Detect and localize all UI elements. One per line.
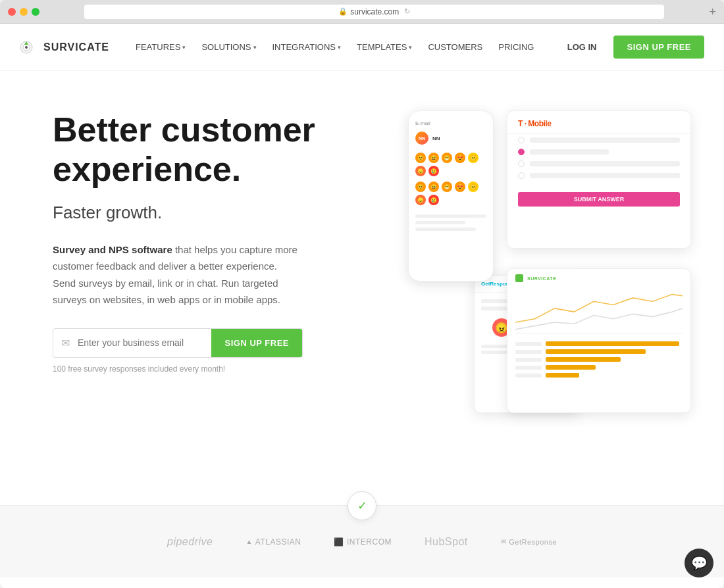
fullscreen-button[interactable] — [32, 8, 39, 16]
chevron-down-icon: ▾ — [182, 44, 186, 51]
navbar: SURVICATE FEATURES ▾ SOLUTIONS ▾ INTEGRA… — [0, 24, 724, 71]
chevron-down-icon: ▾ — [409, 44, 412, 51]
hero-subtitle: Faster growth. — [53, 203, 369, 223]
pink-cta-button: SUBMIT ANSWER — [518, 192, 680, 207]
option-bar — [530, 173, 680, 178]
hero-right: E-mail NN NN 😊 😄 😁 — [395, 110, 691, 413]
bar-fill — [546, 357, 621, 362]
traffic-lights — [8, 8, 39, 16]
line-chart — [515, 287, 683, 333]
new-tab-button[interactable]: + — [709, 6, 716, 18]
browser-content: SURVICATE FEATURES ▾ SOLUTIONS ▾ INTEGRA… — [0, 24, 724, 588]
pipedrive-logo: pipedrive — [167, 536, 213, 548]
tmobile-logo: T · Mobile — [518, 119, 551, 128]
bar-fill — [546, 365, 596, 370]
phone-mockup: E-mail NN NN 😊 😄 😁 — [408, 110, 494, 282]
address-bar[interactable]: 🔒 survicate.com ↻ — [84, 5, 664, 19]
hubspot-logo: HubSpot — [425, 536, 468, 548]
logo-text: SURVICATE — [43, 41, 109, 53]
radio-button — [518, 137, 525, 143]
browser-titlebar: 🔒 survicate.com ↻ + — [0, 0, 724, 24]
nav-templates[interactable]: TEMPLATES ▾ — [350, 38, 419, 56]
logo-icon — [20, 39, 39, 55]
bar-label — [515, 342, 542, 346]
chevron-down-icon: ▾ — [253, 44, 257, 51]
login-button[interactable]: LOG IN — [561, 38, 604, 56]
emoji-row: 😊 😄 😁 😍 😐 😞 😢 — [415, 153, 486, 176]
radio-button — [518, 160, 525, 167]
nav-features[interactable]: FEATURES ▾ — [129, 38, 192, 56]
bar-chart — [515, 339, 683, 383]
chat-icon: 💬 — [691, 555, 708, 571]
bar-label — [515, 366, 542, 370]
username: NN — [432, 135, 440, 141]
chevron-down-icon: ▾ — [338, 44, 341, 51]
hero-left: Better customer experience. Faster growt… — [53, 110, 369, 374]
bar-label — [515, 350, 542, 354]
intercom-logo: ⬛ INTERCOM — [334, 537, 392, 547]
tmobile-card: T · Mobile — [507, 110, 691, 249]
option-bar — [530, 137, 680, 143]
phone-label: E-mail — [415, 120, 486, 126]
option-bar — [530, 149, 609, 155]
email-input[interactable] — [78, 330, 211, 356]
hero-section: Better customer experience. Faster growt… — [0, 71, 724, 505]
email-form: ✉ SIGN UP FREE — [53, 328, 303, 358]
bar-label — [515, 358, 542, 362]
signup-form-button[interactable]: SIGN UP FREE — [211, 329, 302, 357]
nav-pricing[interactable]: PRICING — [492, 38, 540, 56]
nav-right: LOG IN SIGN UP FREE — [561, 36, 704, 59]
browser-window: 🔒 survicate.com ↻ + SURVICATE FEATURE — [0, 0, 724, 588]
url-text: survicate.com — [350, 7, 399, 16]
option-bar — [530, 161, 680, 166]
partner-logos: pipedrive ▲ ATLASSIAN ⬛ INTERCOM HubSpot… — [128, 536, 596, 548]
mockup-container: E-mail NN NN 😊 😄 😁 — [395, 110, 691, 413]
radio-button — [518, 172, 525, 179]
bottom-section: ✓ pipedrive ▲ ATLASSIAN ⬛ INTERCOM HubSp… — [0, 505, 724, 577]
chat-bubble-button[interactable]: 💬 — [685, 549, 713, 577]
signup-button[interactable]: SIGN UP FREE — [613, 36, 704, 59]
avatar: NN — [415, 132, 428, 145]
nav-links: FEATURES ▾ SOLUTIONS ▾ INTEGRATIONS ▾ TE… — [129, 38, 561, 56]
nav-customers[interactable]: CUSTOMERS — [421, 38, 489, 56]
hero-title: Better customer experience. — [53, 110, 369, 189]
scroll-indicator[interactable]: ✓ — [348, 491, 376, 520]
bar-fill — [546, 341, 679, 346]
analytics-card: SURVICATE — [507, 268, 691, 413]
bar-fill — [546, 349, 646, 354]
logo[interactable]: SURVICATE — [20, 39, 109, 55]
atlassian-logo: ▲ ATLASSIAN — [246, 537, 301, 547]
minimize-button[interactable] — [20, 8, 28, 16]
svg-point-2 — [25, 46, 28, 49]
getresponse-partner-logo: ✉ GetResponse — [501, 538, 557, 546]
free-note: 100 free survey responses included every… — [53, 364, 369, 374]
email-icon: ✉ — [53, 337, 78, 349]
survicate-mini-logo: SURVICATE — [527, 276, 556, 281]
nav-integrations[interactable]: INTEGRATIONS ▾ — [266, 38, 348, 56]
hero-description: Survey and NPS software that helps you c… — [53, 241, 303, 308]
nav-solutions[interactable]: SOLUTIONS ▾ — [195, 38, 263, 56]
close-button[interactable] — [8, 8, 16, 16]
radio-button-selected — [518, 149, 525, 155]
bar-fill — [546, 373, 579, 378]
bar-label — [515, 374, 542, 378]
